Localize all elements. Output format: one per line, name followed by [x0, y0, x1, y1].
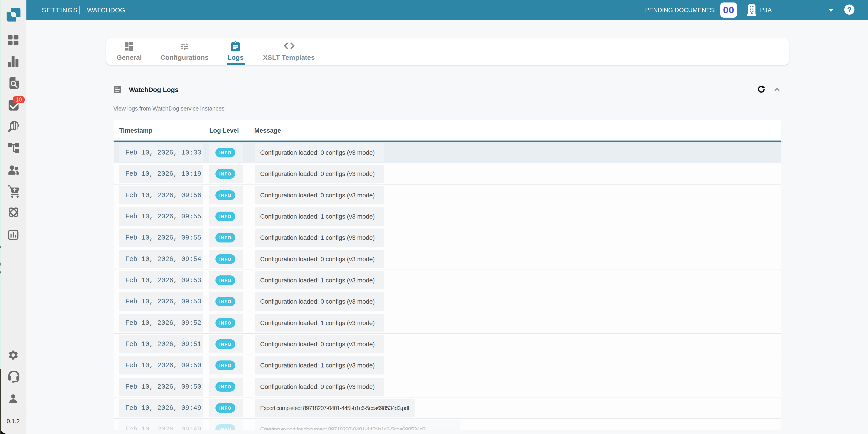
- svg-text:10: 10: [16, 96, 22, 103]
- svg-text:?: ?: [847, 6, 852, 14]
